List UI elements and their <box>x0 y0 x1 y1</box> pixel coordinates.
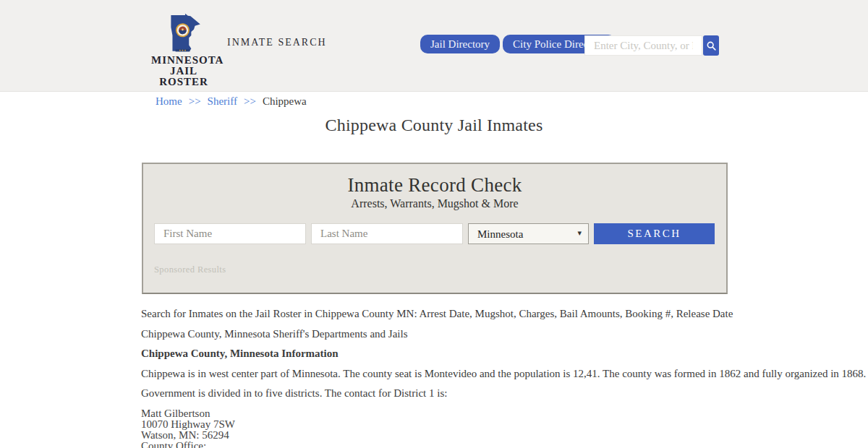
district-contact-address: Matt Gilbertson 10070 Highway 7SW Watson… <box>141 408 728 448</box>
contact-name: Matt Gilbertson <box>141 408 728 419</box>
contact-street: 10070 Highway 7SW <box>141 419 728 430</box>
contact-city: Watson, MN: 56294 <box>141 430 728 441</box>
record-check-title: Inmate Record Check <box>143 174 726 197</box>
jail-directory-button[interactable]: Jail Directory <box>420 35 500 53</box>
government-text: Government is divided in to five distric… <box>141 388 728 399</box>
inmate-search-label: INMATE SEARCH <box>227 37 327 48</box>
site-logo[interactable]: MINNESOTA JAIL ROSTER <box>151 13 216 87</box>
breadcrumb-separator: >> <box>189 95 201 107</box>
logo-text-line2: JAIL ROSTER <box>151 66 216 87</box>
minnesota-state-icon <box>166 13 202 55</box>
page-title: Chippewa County Jail Inmates <box>0 116 868 135</box>
state-select[interactable]: Minnesota <box>468 223 589 244</box>
intro-text: Search for Inmates on the Jail Roster in… <box>141 309 728 319</box>
state-select-wrap: Minnesota ▾ <box>468 223 589 244</box>
contact-office: County Office: <box>141 441 728 448</box>
last-name-input[interactable] <box>311 223 463 244</box>
facility-search-button[interactable] <box>703 35 719 56</box>
facility-search-input[interactable] <box>584 35 702 56</box>
page: MINNESOTA JAIL ROSTER INMATE SEARCH Jail… <box>0 0 868 448</box>
first-name-input[interactable] <box>154 223 306 244</box>
record-search-button[interactable]: SEARCH <box>594 223 715 244</box>
inmate-record-check-panel: Inmate Record Check Arrests, Warrants, M… <box>142 163 728 294</box>
breadcrumb-separator: >> <box>244 95 256 107</box>
breadcrumb-current: Chippewa <box>263 95 307 107</box>
record-check-form: Minnesota ▾ SEARCH <box>154 223 715 244</box>
breadcrumb-home-link[interactable]: Home <box>156 95 182 107</box>
search-icon <box>706 40 717 51</box>
facility-search <box>584 35 719 56</box>
logo-text-line1: MINNESOTA <box>151 55 216 66</box>
record-check-subtitle: Arrests, Warrants, Mugshot & More <box>143 197 726 210</box>
departments-text: Chippewa County, Minnesota Sheriff's Dep… <box>141 329 728 340</box>
header: MINNESOTA JAIL ROSTER INMATE SEARCH Jail… <box>0 0 868 92</box>
sponsored-results-label: Sponsored Results <box>154 264 226 275</box>
info-heading: Chippewa County, Minnesota Information <box>141 348 728 359</box>
main-content: Search for Inmates on the Jail Roster in… <box>141 309 728 448</box>
county-info-text: Chippewa is in west center part of Minne… <box>141 369 728 379</box>
breadcrumb: Home>>Sheriff>>Chippewa <box>156 95 313 108</box>
breadcrumb-sheriff-link[interactable]: Sheriff <box>208 95 237 107</box>
